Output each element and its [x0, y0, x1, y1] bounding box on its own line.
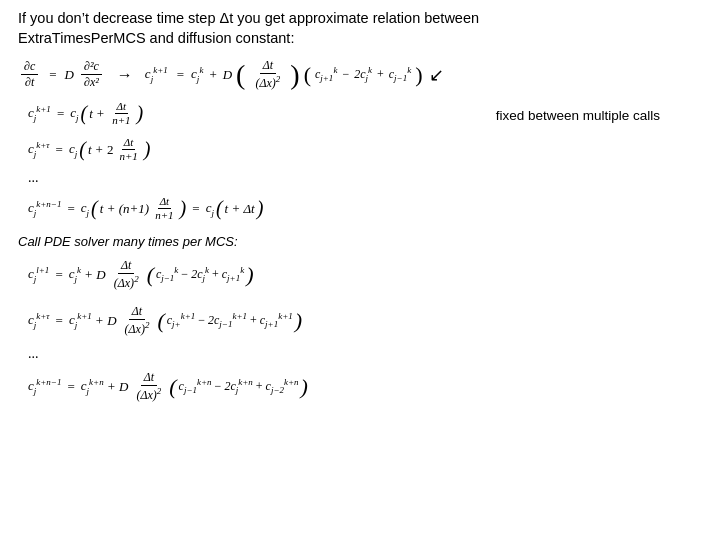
frac-dt-n1-s2: Δt n+1 — [117, 136, 139, 163]
header-line2: ExtraTimes​PerMCS and diffusion constant… — [18, 30, 294, 46]
header-text: If you don’t decrease time step Δt you g… — [18, 8, 702, 49]
c-j-k: cjk — [191, 65, 203, 84]
header-line1: If you don’t decrease time step Δt you g… — [18, 10, 479, 26]
D-coeff: D — [65, 67, 74, 83]
plus-c2: + — [96, 313, 103, 329]
fixed-label: fixed between multiple calls — [496, 108, 660, 123]
D-c3: D — [119, 379, 128, 395]
eq-s2: = — [56, 142, 63, 158]
paren-o-sn: ( — [91, 197, 98, 220]
big-paren-open: ( — [236, 59, 245, 91]
cj-sn2: cj — [206, 200, 214, 218]
big-paren-close: ) — [290, 59, 299, 91]
cj-s2: cj — [69, 141, 77, 159]
min-c1: − — [181, 267, 188, 282]
partial2-c-x2: ∂²c ∂x² — [81, 59, 102, 91]
cjk-c1: cjk — [69, 265, 81, 284]
br-c-c3: ) — [301, 374, 308, 400]
cjm2-c3: cj−2k+n — [266, 377, 299, 395]
2cj-c3: 2cjk+n — [224, 377, 252, 395]
call-pde-text: Call PDE solver many times per MCS: — [18, 234, 238, 249]
paren-o-sn2: ( — [216, 197, 223, 220]
paren-o-s1: ( — [81, 102, 88, 125]
lhs-step1: cjk+1 — [28, 104, 51, 123]
cjp-c2: cj+k+1 — [167, 311, 195, 329]
cjk1-c2: cjk+1 — [69, 311, 92, 330]
call-pde-label: Call PDE solver many times per MCS: — [18, 234, 702, 249]
frac-c2: Δt (Δx)2 — [122, 304, 153, 338]
pls-c3: + — [256, 379, 263, 394]
paren-c-sn: ) — [180, 197, 187, 220]
cjm1-c1: cj−1k — [156, 265, 178, 283]
frac-c3: Δt (Δx)2 — [133, 370, 164, 404]
cjkn-c3: cjk+n — [81, 377, 104, 396]
min-c3: − — [215, 379, 222, 394]
eq-call2: cjk+τ = cjk+1 + D Δt (Δx)2 ( cj+k+1 − 2c… — [28, 300, 702, 342]
t-s1: t — [89, 106, 93, 122]
bracket-close: ) — [415, 62, 422, 88]
min-c2: − — [198, 313, 205, 328]
equation-main-pde: ∂c ∂t = D ∂²c ∂x² → cjk+1 = cjk + — [18, 57, 702, 93]
eq-step-n-body: cjk+n−1 = cj ( t + (n+1) Δt n+1 ) = cj (… — [28, 195, 263, 222]
eq-c3: = — [67, 379, 74, 395]
lhs-c3: cjk+n−1 — [28, 377, 61, 396]
lhs-c2: cjk+τ — [28, 311, 50, 330]
eq-c1: = — [55, 267, 62, 283]
eq-sn1: = — [67, 201, 74, 217]
2cjk: 2cjk — [354, 65, 372, 83]
t-s2: t — [88, 142, 92, 158]
eq-sign-2: = — [177, 67, 184, 83]
frac-dt-n1-s1: Δt n+1 — [110, 100, 132, 127]
dots-2: ... — [28, 346, 702, 362]
t-sn: t — [100, 201, 104, 217]
cj-s1: cj — [70, 105, 78, 123]
D-coeff-2: D — [223, 67, 232, 83]
eq-s1: = — [57, 106, 64, 122]
plus-c1: + — [85, 267, 92, 283]
frac-dt-n1-sn: Δt n+1 — [153, 195, 175, 222]
np1-sn: (n+1) — [119, 201, 149, 217]
2cj-c1: 2cjk — [191, 265, 209, 283]
eq-call1: cjl+1 = cjk + D Δt (Δx)2 ( cj−1k − 2cjk … — [28, 254, 702, 296]
left-arrow: ↙ — [429, 64, 444, 86]
eq-call1-body: cjl+1 = cjk + D Δt (Δx)2 ( cj−1k − 2cjk … — [28, 258, 254, 292]
lhs-c1: cjl+1 — [28, 265, 49, 284]
2cj-c2: 2cj−1k+1 — [208, 311, 247, 329]
c-jp1-k: cj+1k — [315, 65, 337, 83]
cjp1-c1: cj+1k — [222, 265, 244, 283]
D-c1: D — [96, 267, 105, 283]
D-c2: D — [107, 313, 116, 329]
paren-o-s2: ( — [79, 138, 86, 161]
eq-sn2: = — [192, 201, 199, 217]
br-o-c1: ( — [147, 262, 154, 288]
eq-call3: cjk+n−1 = cjk+n + D Δt (Δx)2 ( cj−1k+n −… — [28, 366, 702, 408]
plus-s2: + — [96, 142, 103, 158]
paren-c-sn2: ) — [257, 197, 264, 220]
br-c-c2: ) — [295, 308, 302, 334]
c-jm1-k: cj−1k — [389, 65, 411, 83]
paren-c-s2: ) — [144, 138, 151, 161]
pde-lhs: ∂c ∂t = D ∂²c ∂x² → cjk+1 = cjk + — [18, 58, 444, 92]
br-c-c1: ) — [246, 262, 253, 288]
partial-c-t: ∂c ∂t — [21, 59, 38, 91]
plus-s1: + — [97, 106, 104, 122]
plus-2: + — [377, 67, 384, 82]
minus-1: − — [342, 67, 349, 82]
eq-step2-body: cjk+τ = cj ( t + 2 Δt n+1 ) — [28, 136, 150, 163]
page: If you don’t decrease time step Δt you g… — [0, 0, 720, 540]
cjp1-c2: cj+1k+1 — [260, 311, 293, 329]
eq-step2: cjk+τ = cj ( t + 2 Δt n+1 ) — [28, 134, 702, 166]
plus-1: + — [209, 67, 216, 83]
pls-c2: + — [250, 313, 257, 328]
dots-1: ... — [28, 170, 702, 186]
plus-sn: + — [107, 201, 114, 217]
cjm1-c3: cj−1k+n — [179, 377, 212, 395]
paren-c-s1: ) — [137, 102, 144, 125]
eq-step-n: cjk+n−1 = cj ( t + (n+1) Δt n+1 ) = cj (… — [28, 190, 702, 228]
frac-c1: Δt (Δx)2 — [111, 258, 142, 292]
cj-sn: cj — [81, 200, 89, 218]
bracket-open: ( — [304, 62, 311, 88]
eq-c2: = — [56, 313, 63, 329]
eq-call2-body: cjk+τ = cjk+1 + D Δt (Δx)2 ( cj+k+1 − 2c… — [28, 304, 302, 338]
plus-c3: + — [108, 379, 115, 395]
